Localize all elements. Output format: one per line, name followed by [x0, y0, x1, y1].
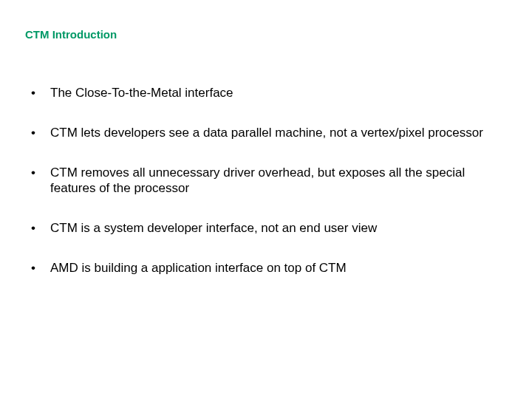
- list-item: CTM is a system developer interface, not…: [28, 220, 502, 236]
- list-item: CTM lets developers see a data parallel …: [28, 125, 502, 141]
- list-item: The Close-To-the-Metal interface: [28, 85, 502, 101]
- list-item: CTM removes all unnecessary driver overh…: [28, 165, 502, 197]
- bullet-list: The Close-To-the-Metal interface CTM let…: [25, 85, 502, 276]
- slide-title: CTM Introduction: [25, 28, 502, 41]
- list-item: AMD is building a application interface …: [28, 260, 502, 276]
- slide: CTM Introduction The Close-To-the-Metal …: [0, 0, 532, 399]
